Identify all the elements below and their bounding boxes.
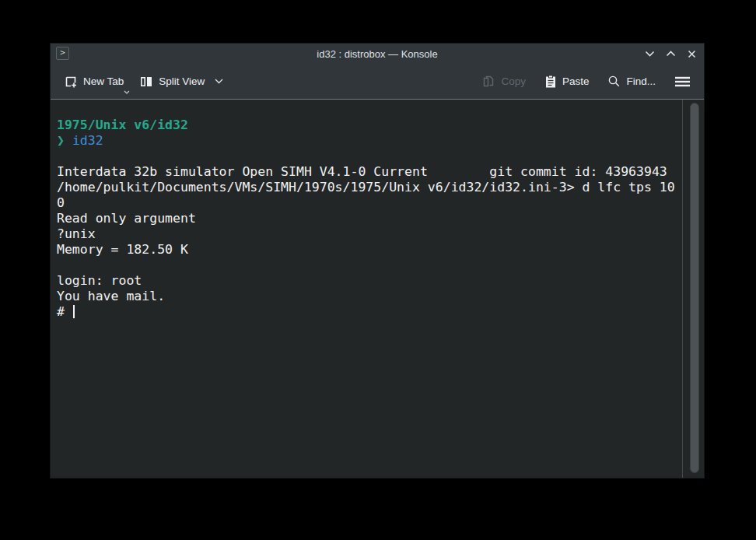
prompt-chevron: ❯	[57, 133, 72, 148]
terminal-line: 0	[57, 195, 679, 211]
find-label: Find...	[626, 75, 656, 87]
terminal-view[interactable]: 1975/Unix v6/id32 ❯ id32 Interdata 32b s…	[51, 100, 704, 478]
terminal-line-blank	[57, 258, 679, 273]
output-text: Read only argument	[57, 211, 196, 226]
konsole-app-icon[interactable]: >	[56, 47, 69, 60]
find-button[interactable]: Find...	[604, 71, 659, 92]
terminal-cursor	[73, 305, 75, 318]
output-text: You have mail.	[57, 289, 165, 303]
main-toolbar: New Tab Split View	[51, 64, 704, 99]
split-view-button[interactable]: Split View	[136, 71, 226, 93]
split-view-icon	[139, 75, 153, 89]
hamburger-menu-button[interactable]	[671, 72, 694, 92]
new-tab-icon	[64, 75, 78, 89]
command-text: id32	[72, 133, 103, 148]
paste-icon	[544, 75, 557, 89]
split-view-chevron-down-icon[interactable]	[215, 79, 223, 84]
terminal-line-blank	[57, 149, 679, 164]
toolbar-right-group: Copy Paste	[479, 71, 694, 93]
copy-button[interactable]: Copy	[479, 71, 529, 92]
terminal-line: Memory = 182.50 K	[57, 242, 679, 258]
terminal-line: Interdata 32b simulator Open SIMH V4.1-0…	[57, 164, 679, 180]
title-bar[interactable]: > id32 : distrobox — Konsole	[51, 44, 704, 64]
terminal-line: ❯ id32	[57, 133, 679, 149]
paste-label: Paste	[562, 75, 590, 87]
minimize-icon[interactable]	[644, 48, 655, 59]
konsole-window: > id32 : distrobox — Konsole	[50, 43, 705, 479]
output-text: Memory = 182.50 K	[57, 242, 188, 257]
prompt-path-text: 1975/Unix v6/id32	[57, 117, 188, 132]
copy-icon	[482, 75, 495, 88]
scrollbar-thumb[interactable]	[690, 103, 699, 473]
hamburger-menu-icon	[674, 75, 691, 88]
split-view-label: Split View	[159, 75, 205, 87]
new-tab-label: New Tab	[83, 75, 124, 87]
terminal-line: ?unix	[57, 226, 679, 242]
new-tab-button[interactable]: New Tab	[61, 71, 127, 93]
close-icon[interactable]	[686, 48, 697, 59]
new-tab-dropdown-icon[interactable]	[124, 90, 130, 94]
terminal-line: /home/pulkit/Documents/VMs/SIMH/1970s/19…	[57, 180, 679, 195]
output-text: Interdata 32b simulator Open SIMH V4.1-0…	[57, 164, 667, 179]
search-icon	[607, 75, 621, 88]
terminal-line: You have mail.	[57, 289, 679, 304]
paste-button[interactable]: Paste	[541, 71, 593, 93]
output-text: ?unix	[57, 226, 96, 241]
terminal-line: login: root	[57, 273, 679, 289]
copy-label: Copy	[501, 75, 526, 87]
terminal-line: 1975/Unix v6/id32	[57, 117, 679, 133]
window-title: id32 : distrobox — Konsole	[317, 48, 437, 60]
output-text: login: root	[57, 273, 142, 288]
desktop-background: > id32 : distrobox — Konsole	[0, 0, 756, 540]
output-text: /home/pulkit/Documents/VMs/SIMH/1970s/19…	[57, 180, 675, 195]
terminal-line: #	[57, 304, 679, 320]
maximize-icon[interactable]	[665, 48, 676, 59]
terminal-content: 1975/Unix v6/id32 ❯ id32 Interdata 32b s…	[57, 117, 679, 320]
terminal-line: Read only argument	[57, 211, 679, 226]
output-text: 0	[57, 195, 65, 210]
window-controls	[644, 44, 697, 64]
shell-prompt-text: #	[57, 304, 72, 319]
scrollbar-track-divider	[682, 100, 683, 478]
